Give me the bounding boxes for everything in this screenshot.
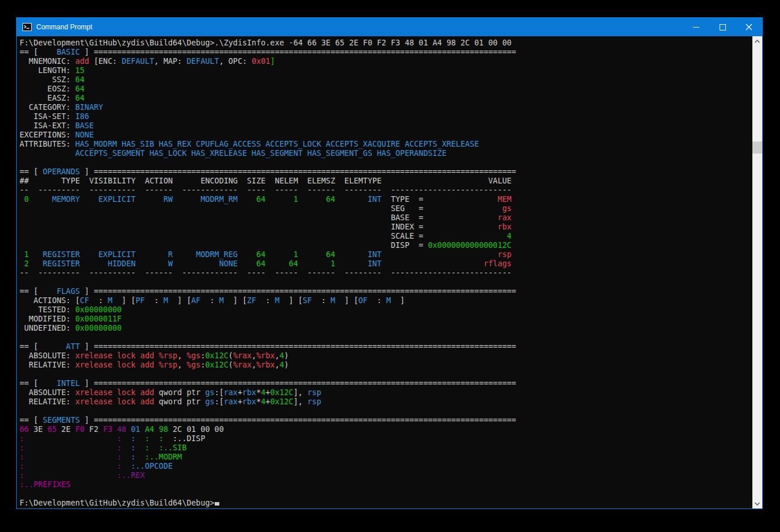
scroll-down-icon (755, 502, 760, 506)
terminal-line: MNEMONIC: add [ENC: DEFAULT, MAP: DEFAUL… (20, 57, 752, 66)
terminal-line: BASE = rax (20, 213, 752, 223)
terminal-line: :..PREFIXES (20, 480, 752, 489)
terminal-line: DISP = 0x000000000000012C (20, 241, 752, 250)
terminal-line: SCALE = 4 (20, 232, 752, 241)
terminal-line: ACCEPTS_SEGMENT HAS_LOCK HAS_XRELEASE HA… (20, 149, 752, 158)
terminal-line: MODIFIED: 0x0000011F (20, 315, 752, 324)
scroll-down-button[interactable] (752, 499, 762, 508)
terminal-line: SSZ: 64 (20, 75, 752, 85)
terminal-line: SEG = gs (20, 204, 752, 213)
terminal-line: 2 REGISTER HIDDEN W NONE 64 64 1 INT rfl… (20, 259, 752, 269)
terminal-line: EASZ: 64 (20, 94, 752, 103)
terminal-line: : :..REX (20, 471, 752, 480)
terminal-line: ATTRIBUTES: HAS_MODRM HAS_SIB HAS_REX CP… (20, 140, 752, 149)
terminal-line: ABSOLUTE: xrelease lock add qword ptr gs… (20, 388, 752, 397)
minimize-icon (693, 27, 699, 28)
terminal-line: RELATIVE: xrelease lock add %rsp, %gs:0x… (20, 361, 752, 370)
terminal-line (20, 333, 752, 342)
terminal-line: LENGTH: 15 (20, 66, 752, 75)
terminal-line: EXCEPTIONS: NONE (20, 131, 752, 140)
terminal-line: : : :..OPCODE (20, 462, 752, 471)
terminal-line: == [ FLAGS ] ===========================… (20, 287, 752, 296)
terminal-line (20, 158, 752, 167)
terminal-line: ISA-SET: I86 (20, 112, 752, 121)
terminal-cursor (215, 502, 219, 506)
terminal-line (20, 407, 752, 416)
terminal-line: 0 MEMORY EXPLICIT RW MODRM_RM 64 1 64 IN… (20, 195, 752, 204)
terminal-line: == [ BASIC ] ===========================… (20, 48, 752, 57)
terminal-line: F:\Development\GitHub\zydis\Build64\Debu… (20, 39, 752, 48)
command-prompt-window: Command Prompt F:\Development\GitHub\zyd… (16, 17, 763, 509)
terminal-line: : : : :..MODRM (20, 453, 752, 462)
window-controls (683, 18, 762, 36)
terminal-line: INDEX = rbx (20, 223, 752, 232)
terminal-line: CATEGORY: BINARY (20, 103, 752, 112)
scrollbar-thumb[interactable] (752, 141, 762, 154)
terminal-line: : : : : :..SIB (20, 443, 752, 453)
terminal-line: -- --------- ---------- ------ ---------… (20, 269, 752, 278)
terminal-line: ## TYPE VISIBILITY ACTION ENCODING SIZE … (20, 177, 752, 186)
close-icon (745, 24, 752, 30)
scroll-up-button[interactable] (752, 36, 762, 46)
terminal-line: == [ SEGMENTS ] ========================… (20, 416, 752, 425)
maximize-button[interactable] (709, 18, 736, 36)
minimize-button[interactable] (683, 18, 709, 36)
vertical-scrollbar[interactable] (752, 36, 762, 508)
terminal-line: == [ INTEL ] ===========================… (20, 379, 752, 388)
scroll-up-icon (755, 40, 760, 43)
window-title: Command Prompt (36, 23, 92, 31)
terminal-line: : : : : : :..DISP (20, 434, 752, 443)
terminal-line: ABSOLUTE: xrelease lock add %rsp, %gs:0x… (20, 351, 752, 361)
terminal-line: UNDEFINED: 0x00000000 (20, 324, 752, 333)
terminal-line (20, 370, 752, 379)
terminal-line: 1 REGISTER EXPLICIT R MODRM_REG 64 1 64 … (20, 250, 752, 259)
terminal-line (20, 278, 752, 287)
maximize-icon (720, 24, 726, 30)
close-button[interactable] (736, 18, 762, 36)
terminal-line: -- --------- ---------- ------ ---------… (20, 186, 752, 195)
terminal-line: EOSZ: 64 (20, 85, 752, 94)
terminal-content: F:\Development\GitHub\zydis\Build64\Debu… (17, 36, 762, 508)
terminal-output[interactable]: F:\Development\GitHub\zydis\Build64\Debu… (17, 36, 752, 508)
terminal-line: ISA-EXT: BASE (20, 121, 752, 131)
terminal-line: 66 3E 65 2E F0 F2 F3 48 01 A4 98 2C 01 0… (20, 425, 752, 434)
terminal-line: RELATIVE: xrelease lock add qword ptr gs… (20, 397, 752, 407)
terminal-line: F:\Development\GitHub\zydis\Build64\Debu… (20, 499, 752, 508)
terminal-line: == [ ATT ] =============================… (20, 342, 752, 351)
terminal-line: ACTIONS: [CF : M ] [PF : M ] [AF : M ] [… (20, 296, 752, 305)
terminal-line: == [ OPERANDS ] ========================… (20, 167, 752, 177)
titlebar[interactable]: Command Prompt (17, 18, 762, 36)
cmd-icon (22, 23, 32, 31)
terminal-line: TESTED: 0x00000000 (20, 305, 752, 315)
terminal-line (20, 489, 752, 499)
